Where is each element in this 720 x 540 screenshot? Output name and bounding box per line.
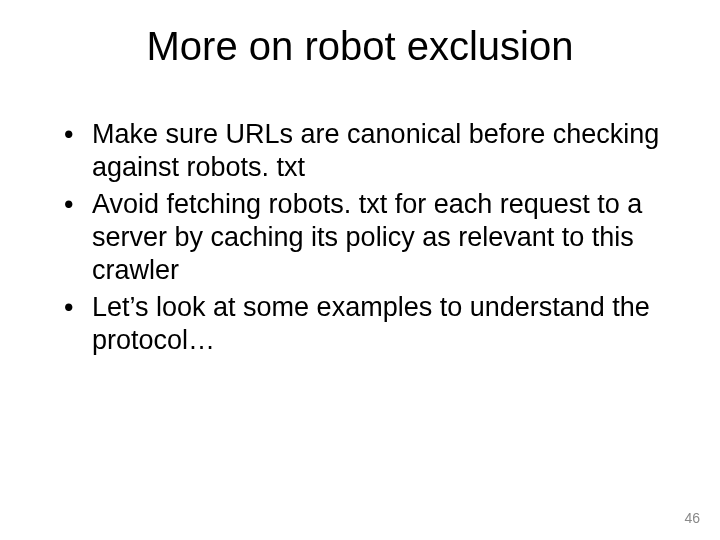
list-item: Make sure URLs are canonical before chec… bbox=[60, 118, 660, 184]
bullet-list: Make sure URLs are canonical before chec… bbox=[60, 118, 660, 357]
page-number: 46 bbox=[684, 510, 700, 526]
list-item: Avoid fetching robots. txt for each requ… bbox=[60, 188, 660, 287]
slide-title: More on robot exclusion bbox=[0, 24, 720, 69]
slide-body: Make sure URLs are canonical before chec… bbox=[60, 118, 660, 361]
slide: More on robot exclusion Make sure URLs a… bbox=[0, 0, 720, 540]
list-item: Let’s look at some examples to understan… bbox=[60, 291, 660, 357]
